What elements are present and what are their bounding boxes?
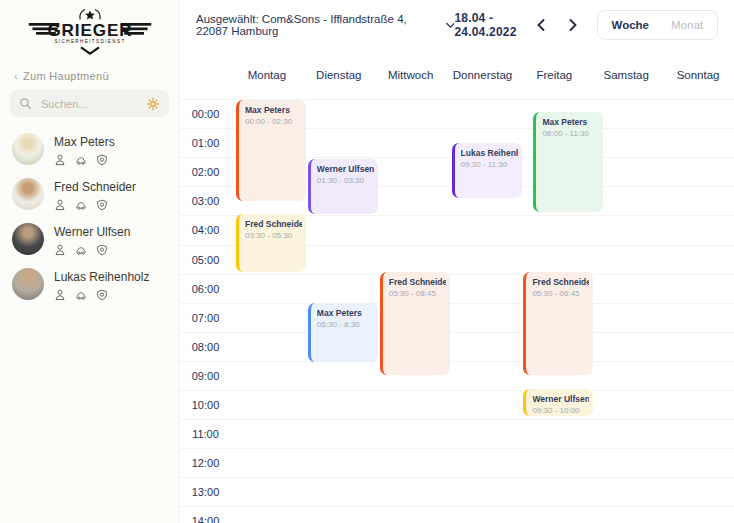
badge-icon — [96, 154, 108, 166]
time-label: 02:00 — [180, 158, 231, 187]
day-header-montag: Montag — [231, 69, 303, 81]
time-label: 06:00 — [180, 275, 231, 304]
day-header-freitag: Freitag — [518, 69, 590, 81]
hour-row: 09:00 — [180, 361, 734, 390]
hour-row: 12:00 — [180, 448, 734, 477]
event-time: 09:30 - 11:30 — [461, 160, 518, 169]
prev-week-button[interactable] — [533, 17, 549, 33]
chevron-down-icon — [446, 22, 455, 29]
back-link-label: Zum Hauptmenü — [23, 70, 109, 82]
calendar-event[interactable]: Fred Schneider05:30 - 08:45 — [380, 272, 450, 375]
company-logo: GRIEGER SICHERHEITSDIENST — [0, 0, 179, 56]
time-label: 11:00 — [180, 420, 231, 449]
person-capability-icons — [54, 289, 149, 301]
calendar-panel: Ausgewählt: Com&Sons - Ifflandstraße 4, … — [180, 0, 734, 523]
event-time: 05:30 - 08:45 — [389, 289, 446, 298]
logo-title: GRIEGER — [47, 21, 132, 40]
event-title: Lukas Reihenholz — [461, 148, 518, 158]
next-week-button[interactable] — [565, 17, 581, 33]
person-name: Fred Schneider — [54, 178, 136, 194]
car-icon — [75, 244, 87, 256]
calendar-event[interactable]: Max Peters06:30 - 8:30 — [308, 303, 378, 363]
hour-row: 13:00 — [180, 477, 734, 506]
event-title: Werner Ulfsen — [532, 394, 589, 404]
avatar — [12, 223, 44, 255]
badge-icon — [96, 244, 108, 256]
topbar-controls: 18.04 - 24.04.2022 Woche Monat — [454, 10, 718, 40]
person-item[interactable]: Lukas Reihenholz — [12, 268, 179, 301]
time-label: 08:00 — [180, 333, 231, 362]
logo-emblem-icon: GRIEGER SICHERHEITSDIENST — [27, 8, 153, 56]
topbar: Ausgewählt: Com&Sons - Ifflandstraße 4, … — [180, 0, 734, 50]
person-item[interactable]: Fred Schneider — [12, 178, 179, 211]
day-header-dienstag: Dienstag — [303, 69, 375, 81]
time-label: 14:00 — [180, 507, 231, 523]
event-title: Max Peters — [317, 308, 374, 318]
sidebar: GRIEGER SICHERHEITSDIENST ‹Zum Hauptmenü — [0, 0, 180, 523]
person-capability-icons — [54, 154, 115, 166]
event-title: Fred Schneider — [532, 277, 589, 287]
event-time: 03:30 - 05:30 — [245, 231, 302, 240]
event-time: 06:30 - 8:30 — [317, 320, 374, 329]
calendar-event[interactable]: Werner Ulfsen01:30 - 03:30 — [308, 159, 378, 214]
week-view-button[interactable]: Woche — [601, 14, 661, 36]
guard-icon — [54, 289, 66, 301]
time-label: 04:00 — [180, 216, 231, 245]
time-label: 09:00 — [180, 362, 231, 391]
calendar-event[interactable]: Lukas Reihenholz09:30 - 11:30 — [452, 143, 522, 198]
selected-client-dropdown[interactable]: Ausgewählt: Com&Sons - Ifflandstraße 4, … — [196, 13, 454, 37]
calendar-event[interactable]: Max Peters00:00 - 02:30 — [236, 100, 306, 200]
star-icon — [85, 10, 95, 19]
person-item[interactable]: Werner Ulfsen — [12, 223, 179, 256]
settings-button[interactable] — [146, 97, 160, 111]
calendar-event[interactable]: Fred Schneider03:30 - 05:30 — [236, 214, 306, 272]
time-label: 01:00 — [180, 129, 231, 158]
badge-icon — [96, 199, 108, 211]
event-time: 05:30 - 06:45 — [532, 289, 589, 298]
event-title: Max Peters — [542, 117, 599, 127]
guard-icon — [54, 154, 66, 166]
search-icon — [19, 97, 32, 110]
car-icon — [75, 289, 87, 301]
time-label: 13:00 — [180, 478, 231, 507]
chevron-left-icon: ‹ — [14, 70, 18, 82]
gear-icon — [146, 97, 160, 111]
logo-subtitle: SICHERHEITSDIENST — [54, 39, 125, 44]
guard-icon — [54, 199, 66, 211]
search-input[interactable] — [39, 97, 139, 111]
time-label: 07:00 — [180, 304, 231, 333]
hour-row: 07:00 — [180, 303, 734, 332]
event-title: Fred Schneider — [245, 219, 302, 229]
day-header-sonntag: Sonntag — [662, 69, 734, 81]
calendar-event[interactable]: Werner Ulfsen09:30 - 10:00 — [523, 389, 593, 417]
hour-row: 08:00 — [180, 332, 734, 361]
search-bar — [10, 90, 169, 117]
day-header-samstag: Samstag — [590, 69, 662, 81]
people-list: Max Peters — [0, 133, 179, 301]
event-title: Fred Schneider — [389, 277, 446, 287]
badge-icon — [96, 289, 108, 301]
chevron-right-icon — [569, 19, 577, 31]
calendar-event[interactable]: Max Peters08:00 - 11:30 — [533, 112, 603, 212]
selected-client-label: Ausgewählt: Com&Sons - Ifflandstraße 4, … — [196, 13, 438, 37]
time-label: 03:00 — [180, 187, 231, 216]
person-item[interactable]: Max Peters — [12, 133, 179, 166]
calendar-grid: 00:0001:0002:0003:0004:0005:0006:0007:00… — [180, 99, 734, 523]
shield-chevron-icon — [81, 47, 99, 53]
avatar — [12, 268, 44, 300]
person-name: Werner Ulfsen — [54, 223, 130, 239]
person-capability-icons — [54, 199, 136, 211]
event-title: Werner Ulfsen — [317, 164, 374, 174]
month-view-button[interactable]: Monat — [660, 14, 714, 36]
person-name: Max Peters — [54, 133, 115, 149]
person-name: Lukas Reihenholz — [54, 268, 149, 284]
car-icon — [75, 154, 87, 166]
hour-row: 14:00 — [180, 506, 734, 523]
view-toggle: Woche Monat — [597, 10, 718, 40]
time-label: 00:00 — [180, 100, 231, 129]
calendar-event[interactable]: Fred Schneider05:30 - 06:45 — [523, 272, 593, 375]
event-time: 09:30 - 10:00 — [532, 406, 589, 415]
event-time: 00:00 - 02:30 — [245, 117, 302, 126]
back-to-main-menu-link[interactable]: ‹Zum Hauptmenü — [14, 70, 179, 82]
time-label: 10:00 — [180, 391, 231, 420]
